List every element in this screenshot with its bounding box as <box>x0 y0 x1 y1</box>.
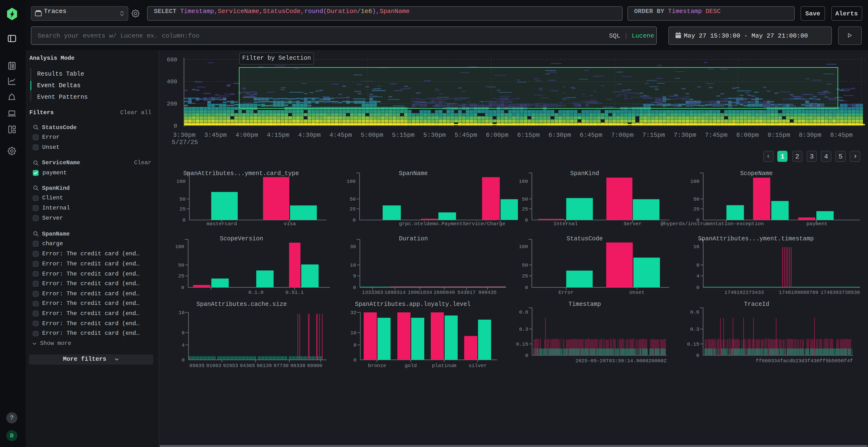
svg-text:6:00pm: 6:00pm <box>486 132 508 139</box>
svg-text:543017: 543017 <box>457 290 476 295</box>
svg-text:8: 8 <box>696 263 700 268</box>
svg-text:SpanAttributes...yment.timesta: SpanAttributes...yment.timestamp <box>698 235 814 242</box>
svg-text:SpanAttributes...yment.card_ty: SpanAttributes...yment.card_type <box>183 170 299 177</box>
svg-text:4: 4 <box>696 273 700 279</box>
svg-text:0.6: 0.6 <box>519 309 528 315</box>
svg-text:0: 0 <box>525 353 528 358</box>
svg-text:16: 16 <box>693 244 699 249</box>
svg-text:50: 50 <box>178 263 184 268</box>
svg-text:visa: visa <box>284 221 296 227</box>
svg-text:0.1.0: 0.1.0 <box>248 290 264 295</box>
svg-text:mastercard: mastercard <box>207 221 237 227</box>
svg-text:0: 0 <box>525 285 528 290</box>
svg-text:SpanKind: SpanKind <box>570 170 599 177</box>
svg-text:16: 16 <box>179 310 185 315</box>
svg-text:1698314: 1698314 <box>384 290 406 295</box>
svg-text:Duration: Duration <box>399 235 428 242</box>
svg-text:0.15: 0.15 <box>516 342 528 347</box>
svg-text:25: 25 <box>179 206 185 212</box>
svg-text:0: 0 <box>353 217 356 223</box>
svg-text:25: 25 <box>350 206 355 212</box>
svg-text:7:30pm: 7:30pm <box>674 132 696 139</box>
svg-text:98338: 98338 <box>290 363 306 369</box>
svg-text:999435: 999435 <box>478 290 497 295</box>
svg-text:50: 50 <box>179 197 185 202</box>
svg-text:400: 400 <box>167 78 177 85</box>
svg-text:Unset: Unset <box>629 290 645 295</box>
svg-text:Internal: Internal <box>553 221 578 227</box>
svg-text:200: 200 <box>167 101 177 107</box>
svg-text:6:45pm: 6:45pm <box>580 132 602 139</box>
svg-text:9: 9 <box>353 273 356 279</box>
svg-text:7:15pm: 7:15pm <box>642 132 665 139</box>
svg-text:4:30pm: 4:30pm <box>298 132 321 139</box>
svg-text:5/27/25: 5/27/25 <box>172 139 198 146</box>
svg-text:0.3: 0.3 <box>690 326 699 332</box>
svg-text:5:15pm: 5:15pm <box>392 132 415 139</box>
svg-text:1748192273433: 1748192273433 <box>724 290 764 295</box>
svg-text:8: 8 <box>353 342 356 348</box>
svg-text:@hyperdx/instrumentation-excep: @hyperdx/instrumentation-exception <box>661 221 764 227</box>
svg-text:18: 18 <box>350 263 356 268</box>
svg-text:4:45pm: 4:45pm <box>329 132 352 139</box>
svg-text:25: 25 <box>178 273 184 279</box>
svg-text:8:00pm: 8:00pm <box>736 132 759 139</box>
svg-text:StatusCode: StatusCode <box>567 235 603 242</box>
svg-text:6:30pm: 6:30pm <box>549 132 571 139</box>
svg-text:0.3: 0.3 <box>519 326 528 332</box>
svg-text:25: 25 <box>522 273 528 279</box>
svg-text:8:30pm: 8:30pm <box>799 132 822 139</box>
svg-text:2025-05-28T03:59:14.900820000Z: 2025-05-28T03:59:14.900820000Z <box>576 358 667 364</box>
svg-text:91063: 91063 <box>206 363 221 369</box>
svg-text:3:45pm: 3:45pm <box>204 132 227 139</box>
svg-text:600: 600 <box>167 57 177 63</box>
svg-text:32: 32 <box>350 310 356 315</box>
svg-text:1748199880789: 1748199880789 <box>779 290 818 295</box>
svg-text:50: 50 <box>350 197 355 202</box>
svg-text:25: 25 <box>693 206 699 212</box>
svg-text:bronze: bronze <box>368 363 386 369</box>
svg-text:0: 0 <box>353 357 356 363</box>
svg-text:50: 50 <box>693 197 699 202</box>
svg-text:Server: Server <box>623 221 642 227</box>
svg-text:96139: 96139 <box>256 363 272 369</box>
svg-text:100: 100 <box>690 179 700 184</box>
svg-text:4: 4 <box>182 342 185 348</box>
svg-text:100: 100 <box>519 179 528 184</box>
svg-text:19961834: 19961834 <box>408 290 432 295</box>
svg-text:0: 0 <box>525 217 528 223</box>
svg-text:ScopeVersion: ScopeVersion <box>220 235 263 242</box>
svg-text:50: 50 <box>522 197 528 202</box>
svg-text:ScopeName: ScopeName <box>740 170 773 177</box>
svg-text:97730: 97730 <box>273 363 289 369</box>
svg-text:0: 0 <box>174 123 177 129</box>
svg-text:4:15pm: 4:15pm <box>267 132 289 139</box>
svg-text:0: 0 <box>181 285 184 290</box>
svg-text:0: 0 <box>183 217 186 223</box>
svg-text:0: 0 <box>182 357 185 363</box>
svg-text:36: 36 <box>350 244 356 249</box>
svg-text:100: 100 <box>519 244 528 249</box>
svg-text:8:45pm: 8:45pm <box>830 132 853 139</box>
svg-text:0: 0 <box>696 285 700 290</box>
svg-text:6:15pm: 6:15pm <box>517 132 540 139</box>
svg-text:platinum: platinum <box>432 363 457 369</box>
svg-text:0.15: 0.15 <box>687 342 699 347</box>
svg-text:payment: payment <box>806 221 828 227</box>
svg-text:5:30pm: 5:30pm <box>424 132 446 139</box>
svg-text:Timestamp: Timestamp <box>568 301 601 308</box>
svg-text:ff860334facdb23d3f430ff5b5050f: ff860334facdb23d3f430ff5b5050f4f <box>756 358 853 364</box>
svg-text:94365: 94365 <box>240 363 255 369</box>
svg-text:7:45pm: 7:45pm <box>705 132 728 139</box>
svg-text:7:00pm: 7:00pm <box>611 132 633 139</box>
svg-text:16: 16 <box>350 330 356 336</box>
svg-text:92953: 92953 <box>223 363 238 369</box>
svg-text:SpanAttributes.cache.size: SpanAttributes.cache.size <box>196 301 287 308</box>
svg-text:4:00pm: 4:00pm <box>236 132 258 139</box>
svg-text:grpc.oteldemo.PaymentService/C: grpc.oteldemo.PaymentService/Charge <box>399 221 505 227</box>
svg-text:8:15pm: 8:15pm <box>768 132 790 139</box>
svg-text:50: 50 <box>522 263 528 268</box>
svg-text:100: 100 <box>175 244 184 249</box>
svg-text:2600849: 2600849 <box>434 290 455 295</box>
svg-text:gold: gold <box>405 363 416 369</box>
